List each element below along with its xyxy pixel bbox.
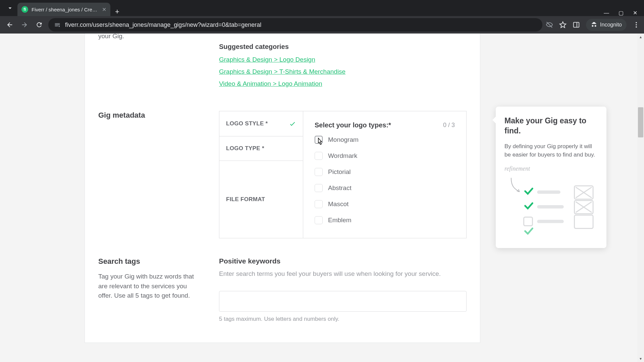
browser-tab[interactable]: fi Fiverr / sheena_jones / Create a ✕ [17, 3, 110, 16]
back-button[interactable] [4, 19, 15, 31]
logo-type-options: Monogram Wordmark Pictorial [315, 136, 455, 224]
search-tags-input[interactable] [219, 291, 467, 312]
positive-keywords-label: Positive keywords [219, 257, 467, 265]
forward-button[interactable] [19, 19, 30, 31]
incognito-icon [591, 21, 597, 28]
metadata-tabs: LOGO STYLE * LOGO TYPE * FILE FORMAT [219, 111, 303, 238]
metadata-detail-title: Select your logo types:* [315, 121, 391, 129]
tab-label: FILE FORMAT [226, 196, 265, 203]
url-input[interactable]: fiverr.com/users/sheena_jones/manage_gig… [48, 18, 542, 32]
checkbox-icon [315, 152, 323, 160]
option-emblem[interactable]: Emblem [315, 216, 455, 224]
option-abstract[interactable]: Abstract [315, 184, 455, 192]
option-label: Emblem [328, 217, 352, 224]
tab-label: LOGO STYLE * [226, 120, 268, 127]
checkbox-icon [315, 216, 323, 224]
site-settings-icon [54, 21, 61, 28]
svg-point-4 [636, 22, 637, 23]
suggested-link-logo-animation[interactable]: Video & Animation > Logo Animation [219, 80, 467, 87]
tabs-dropdown-button[interactable] [4, 2, 16, 14]
scroll-up-icon[interactable]: ▴ [637, 34, 644, 40]
checkbox-icon [315, 200, 323, 208]
kebab-menu-icon[interactable] [633, 21, 640, 28]
svg-point-6 [636, 26, 637, 28]
previous-section-text: your Gig. [98, 34, 199, 41]
browser-chrome: fi Fiverr / sheena_jones / Create a ✕ + … [0, 0, 644, 34]
option-monogram[interactable]: Monogram [315, 136, 455, 144]
tab-logo-type[interactable]: LOGO TYPE * [219, 136, 303, 161]
eye-off-icon[interactable] [546, 21, 553, 28]
option-label: Wordmark [328, 152, 357, 160]
refinement-label: refinement [504, 165, 530, 172]
reload-button[interactable] [34, 19, 45, 31]
minimize-button[interactable]: ― [604, 10, 609, 16]
option-mascot[interactable]: Mascot [315, 200, 455, 208]
tip-desc: By defining your Gig properly it will be… [504, 142, 598, 159]
url-text: fiverr.com/users/sheena_jones/manage_gig… [65, 21, 261, 28]
scrollbar-thumb[interactable] [638, 107, 643, 137]
metadata-detail-panel: Select your logo types:* 0 / 3 Monogram … [303, 111, 466, 238]
svg-rect-16 [537, 220, 564, 223]
panel-icon[interactable] [573, 21, 580, 28]
checkmark-icon [289, 120, 296, 127]
svg-point-5 [636, 24, 637, 25]
search-tags-desc: Tag your Gig with buzz words that are re… [98, 272, 199, 301]
svg-rect-2 [574, 22, 579, 27]
svg-rect-15 [524, 217, 533, 226]
checkbox-icon [315, 184, 323, 192]
arrow-right-icon [21, 21, 28, 28]
illustration-icon [504, 174, 598, 235]
tab-logo-style[interactable]: LOGO STYLE * [219, 111, 303, 136]
option-label: Monogram [328, 136, 359, 143]
option-wordmark[interactable]: Wordmark [315, 152, 455, 160]
tip-illustration: refinement [504, 165, 598, 235]
gig-metadata-title: Gig metadata [98, 111, 199, 120]
positive-keywords-desc: Enter search terms you feel your buyers … [219, 269, 467, 279]
close-tab-button[interactable]: ✕ [102, 6, 106, 13]
maximize-button[interactable]: ▢ [619, 10, 624, 16]
checkbox-icon [315, 136, 323, 144]
metadata-selection-count: 0 / 3 [443, 122, 455, 129]
tab-strip: fi Fiverr / sheena_jones / Create a ✕ + … [0, 0, 644, 16]
suggested-link-logo-design[interactable]: Graphics & Design > Logo Design [219, 56, 467, 63]
svg-rect-11 [537, 205, 564, 208]
gig-form-card: your Gig. Suggested categories Graphics … [85, 34, 480, 343]
option-pictorial[interactable]: Pictorial [315, 168, 455, 176]
tip-card: Make your Gig easy to find. By defining … [496, 107, 606, 248]
chevron-down-icon [6, 4, 14, 12]
window-controls: ― ▢ ✕ [604, 10, 644, 16]
suggested-heading: Suggested categories [219, 43, 467, 51]
close-window-button[interactable]: ✕ [633, 10, 637, 16]
incognito-label: Incognito [600, 22, 622, 28]
tab-title: Fiverr / sheena_jones / Create a [32, 7, 99, 12]
incognito-chip[interactable]: Incognito [586, 19, 627, 31]
tab-label: LOGO TYPE * [226, 145, 264, 152]
reload-icon [36, 21, 43, 28]
scroll-down-icon[interactable]: ▾ [637, 355, 644, 362]
checkbox-icon [315, 168, 323, 176]
option-label: Mascot [328, 200, 348, 208]
option-label: Abstract [328, 184, 352, 192]
tip-title: Make your Gig easy to find. [504, 116, 598, 136]
bookmark-star-icon[interactable] [559, 21, 567, 28]
svg-rect-17 [575, 215, 593, 229]
search-tags-title: Search tags [98, 257, 199, 266]
scrollbar[interactable]: ▴ ▾ [637, 34, 644, 362]
fiverr-favicon: fi [21, 6, 28, 13]
search-tags-hint: 5 tags maximum. Use letters and numbers … [219, 316, 467, 322]
tab-file-format[interactable]: FILE FORMAT [219, 161, 303, 238]
metadata-box: LOGO STYLE * LOGO TYPE * FILE FORMAT Sel… [219, 111, 467, 238]
option-label: Pictorial [328, 168, 351, 176]
suggested-link-tshirts[interactable]: Graphics & Design > T-Shirts & Merchandi… [219, 68, 467, 75]
arrow-left-icon [6, 21, 13, 28]
svg-point-0 [59, 26, 60, 27]
page-viewport: your Gig. Suggested categories Graphics … [0, 34, 644, 362]
address-bar: fiverr.com/users/sheena_jones/manage_gig… [0, 16, 644, 34]
new-tab-button[interactable]: + [110, 7, 124, 16]
svg-rect-7 [537, 190, 560, 194]
